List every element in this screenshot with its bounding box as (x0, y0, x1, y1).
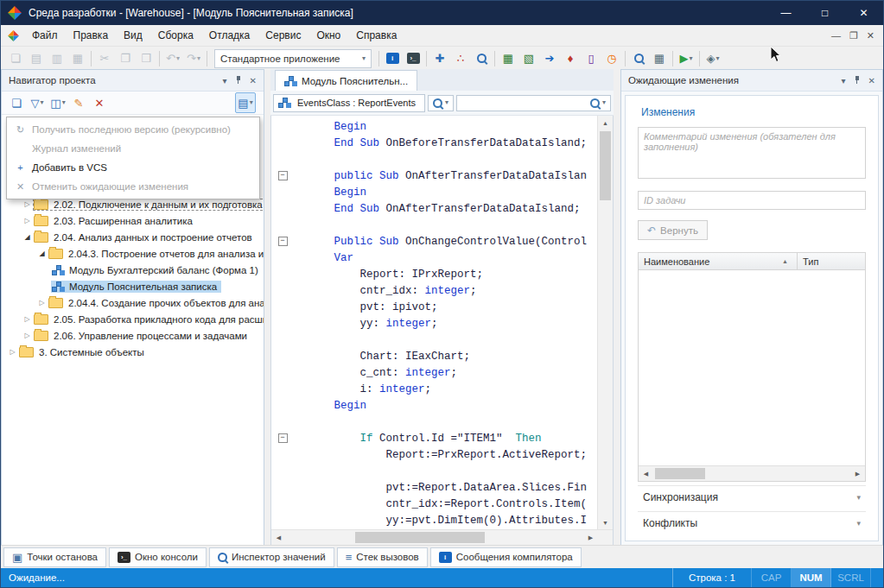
scroll-left-icon[interactable]: ◀ (639, 467, 653, 481)
scrollbar-thumb[interactable] (655, 468, 705, 479)
panel-close-icon[interactable]: ✕ (250, 76, 257, 85)
info-icon[interactable]: i (383, 49, 402, 68)
menubar-item[interactable]: Справка (348, 25, 404, 46)
security-icon[interactable]: ♦ (561, 49, 580, 68)
call-stack-icon[interactable]: ≡ (346, 552, 353, 563)
tree-item[interactable]: ▷2.04.4. Создание прочих объектов для ан… (2, 294, 264, 311)
add-object-icon[interactable]: ✚ (430, 49, 449, 68)
find-in-code-icon[interactable] (629, 49, 648, 68)
scrollbar-thumb[interactable] (600, 131, 611, 200)
maximize-button[interactable]: □ (805, 1, 844, 25)
panel-menu-icon[interactable]: ▾ (842, 76, 846, 85)
data-table-icon[interactable]: ▦ (499, 49, 518, 68)
tree-item[interactable]: Модуль Бухгалтерский баланс (Форма 1) (2, 262, 264, 278)
tree-item[interactable]: ▷2.03. Расширенная аналитика (2, 212, 264, 229)
search-input[interactable] (461, 96, 588, 111)
panel-menu-icon[interactable]: ▾ (223, 76, 227, 85)
column-header-type[interactable]: Тип (798, 256, 865, 267)
value-inspector-icon[interactable] (218, 553, 227, 562)
object-relations-icon[interactable]: ∴ (451, 49, 470, 68)
fold-collapse-icon[interactable]: − (271, 433, 294, 443)
scroll-up-icon[interactable]: ▲ (598, 116, 613, 130)
close-button[interactable]: ✕ (844, 1, 883, 25)
fold-collapse-icon[interactable]: − (271, 237, 294, 246)
application-type-combo[interactable]: Стандартное приложение▾ (214, 49, 372, 68)
tree-item[interactable]: ▷3. Системные объекты (2, 344, 264, 360)
nav-delete-icon[interactable]: ✕ (90, 93, 109, 112)
menubar-item[interactable]: Сервис (258, 25, 308, 46)
expand-arrow-icon[interactable]: ◢ (36, 250, 48, 257)
fold-collapse-icon[interactable]: − (271, 171, 294, 180)
tree-item[interactable]: Модуль Пояснительная записка (2, 278, 264, 294)
tab-value-inspector[interactable]: Инспектор значений (209, 547, 334, 567)
nav-filter-icon[interactable]: ▽▾ (28, 93, 47, 112)
menubar-item[interactable]: Файл (24, 25, 66, 46)
menu-item-add-to-vcs[interactable]: +Добавить в VCS (7, 158, 259, 177)
scroll-left-icon[interactable]: ◀ (271, 531, 286, 545)
mobile-icon[interactable]: ▯ (582, 49, 601, 68)
tree-item[interactable]: ▷2.05. Разработка прикладного кода для р… (2, 311, 264, 327)
right-splitter[interactable] (614, 69, 620, 546)
expand-arrow-icon[interactable]: ▷ (22, 200, 33, 208)
tab-breakpoints[interactable]: ▣Точки останова (3, 547, 106, 567)
tab-console-window[interactable]: ›_Окно консоли (109, 547, 207, 567)
scroll-right-icon[interactable]: ▶ (583, 531, 598, 545)
scroll-right-icon[interactable]: ▶ (850, 467, 865, 481)
tab-compiler-messages[interactable]: iСообщения компилятора (430, 547, 582, 567)
section-synchronization[interactable]: Синхронизация ▾ (638, 485, 866, 508)
nav-edit-icon[interactable]: ✎ (69, 93, 88, 112)
menubar-item[interactable]: Сборка (150, 25, 201, 46)
data-export-icon[interactable]: ▧ (519, 49, 538, 68)
function-search-button[interactable]: ▾ (428, 95, 454, 111)
tree-item[interactable]: ▷2.06. Управление процессами и задачами (2, 327, 264, 344)
values-grid-icon[interactable]: ▦ (650, 49, 669, 68)
expand-arrow-icon[interactable]: ▷ (22, 217, 33, 224)
panel-close-icon[interactable]: ✕ (868, 76, 875, 85)
tree-item[interactable]: ◢2.04.3. Построение отчетов для анализа … (2, 245, 264, 262)
nav-view-mode-icon[interactable]: ◫▾ (48, 93, 67, 112)
run-icon[interactable]: ▶▾ (677, 49, 696, 68)
scrollbar-thumb[interactable] (355, 532, 485, 543)
tree-item[interactable]: ◢2.04. Анализ данных и построение отчето… (2, 229, 264, 245)
mdi-restore-button[interactable]: ❐ (849, 30, 858, 41)
debug-tools-icon[interactable]: ◈▾ (703, 49, 722, 68)
expand-arrow-icon[interactable]: ◢ (22, 233, 33, 241)
expand-arrow-icon[interactable]: ▷ (22, 315, 33, 323)
mdi-minimize-button[interactable]: — (831, 30, 841, 41)
tab-call-stack[interactable]: ≡Стек вызовов (337, 547, 428, 567)
vertical-scrollbar[interactable]: ▲ ▼ (597, 116, 613, 529)
horizontal-scrollbar[interactable]: ◀ ▶ (271, 529, 613, 545)
ide-window: Среда разработки - [Warehouse] - [Модуль… (0, 0, 884, 588)
section-changes[interactable]: Изменения (641, 106, 866, 118)
nav-new-object-icon[interactable]: ❏ (7, 93, 26, 112)
code-view[interactable]: Begin End Sub OnBeforeTransferDataDataIs… (271, 116, 597, 529)
menubar-item[interactable]: Окно (308, 25, 348, 46)
section-conflicts[interactable]: Конфликты ▾ (638, 511, 866, 534)
scheduler-icon[interactable]: ◷ (602, 49, 621, 68)
console-window-icon[interactable]: ›_ (118, 552, 130, 563)
mdi-close-button[interactable]: ✕ (867, 30, 874, 41)
menubar-item[interactable]: Отладка (201, 25, 258, 46)
editor-tab[interactable]: Модуль Пояснительн... (275, 70, 417, 91)
publish-icon[interactable]: ➔ (540, 49, 559, 68)
left-splitter[interactable] (264, 69, 270, 546)
expand-arrow-icon[interactable]: ▷ (22, 332, 33, 339)
breakpoints-icon[interactable]: ▣ (12, 552, 22, 563)
expand-arrow-icon[interactable]: ▷ (36, 299, 48, 307)
column-header-name[interactable]: Наименование ▲ (639, 253, 798, 269)
console-icon[interactable]: ›_ (404, 49, 423, 68)
expand-arrow-icon[interactable]: ▷ (7, 348, 18, 356)
pin-icon[interactable] (235, 76, 242, 85)
menubar-item[interactable]: Правка (66, 25, 117, 46)
grid-horizontal-scrollbar[interactable]: ◀ ▶ (639, 465, 865, 481)
minimize-button[interactable]: — (766, 1, 805, 25)
task-id-input[interactable] (638, 191, 866, 210)
scroll-down-icon[interactable]: ▼ (598, 515, 613, 529)
change-comment-input[interactable] (638, 127, 866, 179)
vcs-operations-button[interactable]: ▤▾ (235, 92, 256, 113)
pin-icon[interactable] (854, 76, 861, 85)
compiler-messages-icon[interactable]: i (439, 552, 452, 563)
menubar-item[interactable]: Вид (116, 25, 150, 46)
find-object-icon[interactable] (472, 49, 491, 68)
events-class-combo[interactable]: EventsClass : ReportEvents (273, 94, 425, 112)
